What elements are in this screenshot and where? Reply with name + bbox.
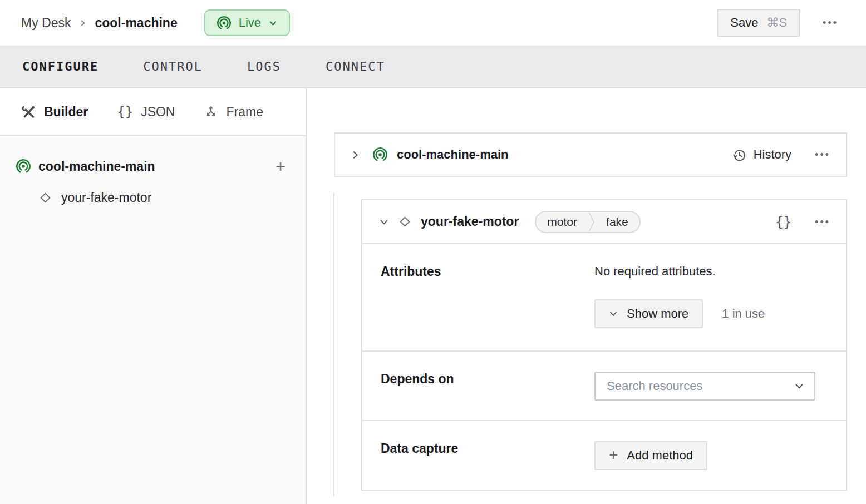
show-more-button[interactable]: Show more [594,299,703,328]
view-switcher: Builder {} JSON Frame [0,88,306,136]
save-button-label: Save [730,16,758,30]
tab-logs[interactable]: LOGS [247,60,281,73]
top-bar: My Desk cool-machine Live Save ⌘ [0,0,866,46]
machine-config-page: My Desk cool-machine Live Save ⌘ [0,0,866,504]
view-frame-label: Frame [226,105,263,120]
chevron-down-icon [268,18,278,28]
tree-item-component-label: your-fake-motor [61,190,151,205]
depends-on-search-input[interactable] [607,379,794,393]
live-status-dropdown[interactable]: Live [204,9,290,36]
add-component-button[interactable]: + [275,158,286,175]
view-json[interactable]: {} JSON [117,104,175,120]
save-shortcut-hint: ⌘S [766,16,787,30]
chevron-right-icon [78,19,87,27]
tree-item-machine-part-label: cool-machine-main [38,159,155,174]
view-json-label: JSON [141,105,175,120]
live-status-label: Live [239,16,261,30]
machine-part-title: cool-machine-main [397,147,508,162]
history-button-label: History [754,147,791,162]
tree-connector-line [333,192,334,496]
tree-item-component[interactable]: your-fake-motor [0,185,306,210]
attributes-content: No required attributes. Show more 1 in u… [594,264,833,350]
show-more-label: Show more [627,307,688,321]
attributes-in-use-count: 1 in use [722,307,765,321]
resource-tree: cool-machine-main + your-fake-motor [0,136,306,210]
plus-icon: + [609,447,618,463]
machine-live-icon [372,147,388,162]
overflow-menu-button[interactable]: ••• [820,16,840,30]
edit-json-icon[interactable]: {} [775,214,791,230]
add-method-button[interactable]: + Add method [594,441,707,470]
view-builder-label: Builder [44,105,88,120]
machine-live-icon [16,159,31,174]
data-capture-label: Data capture [381,441,594,491]
component-card: your-fake-motor motor fake {} ••• Attrib… [361,199,847,491]
badge-divider-chevron [588,211,595,233]
attributes-section: Attributes No required attributes. Show … [362,243,846,350]
tools-icon [21,105,36,120]
data-capture-section: Data capture + Add method [362,420,846,491]
config-sidebar: Builder {} JSON Frame [0,88,307,504]
history-clock-icon [732,147,747,162]
chevron-down-icon [609,309,618,318]
expand-chevron-right-icon[interactable] [351,150,360,160]
save-button[interactable]: Save ⌘S [717,9,800,37]
component-card-header: your-fake-motor motor fake {} ••• [362,200,846,243]
badge-model: fake [595,212,639,232]
badge-type: motor [536,212,588,232]
attributes-empty-text: No required attributes. [594,264,833,279]
history-button[interactable]: History [732,147,791,162]
tab-control[interactable]: CONTROL [143,60,203,73]
depends-on-label: Depends on [381,372,594,420]
top-bar-actions: Save ⌘S ••• [717,9,840,37]
frame-axes-icon [204,105,218,119]
data-capture-content: + Add method [594,441,833,491]
machine-live-icon [216,16,232,31]
component-type-badge: motor fake [535,211,640,233]
view-frame[interactable]: Frame [204,105,263,120]
depends-on-section: Depends on [362,350,846,420]
breadcrumb: My Desk cool-machine [21,16,178,31]
tree-item-machine-part[interactable]: cool-machine-main + [0,154,306,179]
tab-configure[interactable]: CONFIGURE [22,60,99,73]
component-menu-button[interactable]: ••• [813,215,833,229]
view-builder[interactable]: Builder [21,105,88,120]
component-diamond-icon [397,214,412,229]
chevron-down-icon [794,381,804,391]
depends-on-select[interactable] [594,372,815,401]
machine-part-menu-button[interactable]: ••• [813,147,833,162]
component-title: your-fake-motor [421,214,519,229]
add-method-label: Add method [627,448,693,463]
collapse-chevron-down-icon[interactable] [379,217,389,227]
breadcrumb-current: cool-machine [95,16,177,31]
primary-tab-bar: CONFIGURE CONTROL LOGS CONNECT [0,46,866,88]
machine-part-card: cool-machine-main History ••• [334,132,847,177]
attributes-label: Attributes [381,264,594,350]
tab-connect[interactable]: CONNECT [326,60,385,73]
breadcrumb-parent-link[interactable]: My Desk [21,16,71,31]
braces-icon: {} [117,104,133,120]
depends-on-content [594,372,833,420]
component-diamond-icon [38,190,53,205]
